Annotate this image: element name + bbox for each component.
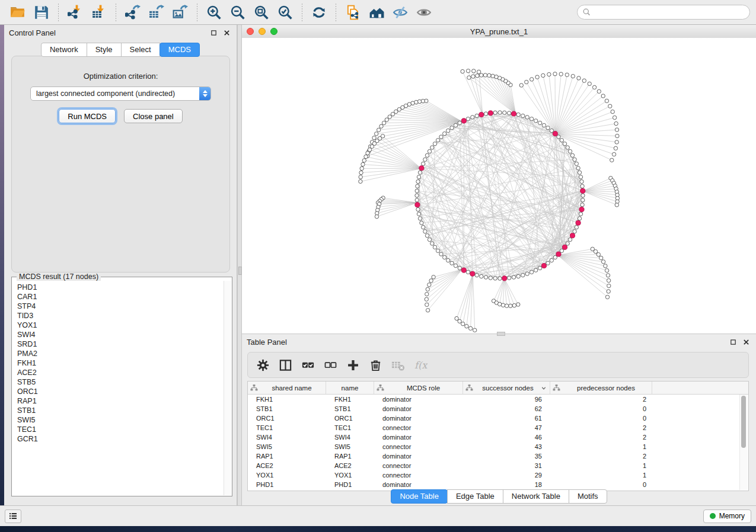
tab-mcds[interactable]: MCDS — [160, 43, 200, 57]
table-row[interactable]: YOX1YOX1connector291 — [248, 470, 748, 480]
cell-successor_nodes[interactable]: 35 — [463, 453, 550, 460]
zoom-selected-button[interactable] — [275, 3, 295, 22]
cell-shared_name[interactable]: ACE2 — [248, 462, 326, 469]
tab-style[interactable]: Style — [87, 43, 122, 57]
mcds-result-item[interactable]: ACE2 — [17, 368, 224, 377]
cell-predecessor_nodes[interactable]: 1 — [550, 462, 652, 469]
select-all-button[interactable] — [297, 354, 318, 376]
mcds-result-scrollbar[interactable] — [224, 281, 231, 495]
tab-network[interactable]: Network — [41, 43, 87, 57]
table-row[interactable]: SWI5SWI5connector431 — [248, 442, 748, 451]
mcds-result-item[interactable]: ORC1 — [17, 387, 224, 396]
add-row-button[interactable] — [342, 354, 363, 376]
search-input[interactable] — [591, 6, 745, 19]
column-header-name[interactable]: name — [326, 382, 374, 394]
table-panel-float-button[interactable] — [728, 336, 738, 347]
zoom-in-button[interactable] — [204, 3, 224, 22]
function-builder-button[interactable]: f(x) — [410, 354, 431, 376]
cell-predecessor_nodes[interactable]: 2 — [550, 424, 652, 431]
cell-shared_name[interactable]: FKH1 — [248, 396, 326, 403]
task-history-button[interactable] — [5, 509, 21, 523]
export-image-button[interactable] — [170, 3, 190, 22]
mcds-result-item[interactable]: SWI4 — [17, 330, 224, 339]
table-row[interactable]: ORC1ORC1dominator610 — [248, 414, 748, 423]
zoom-fit-button[interactable] — [251, 3, 272, 22]
mcds-result-item[interactable]: SRD1 — [17, 339, 224, 349]
cell-mcds_role[interactable]: dominator — [374, 434, 463, 441]
mcds-result-item[interactable]: RAP1 — [17, 396, 224, 406]
columns-button[interactable] — [275, 354, 296, 376]
delete-row-button[interactable] — [365, 354, 386, 376]
network-canvas[interactable] — [242, 38, 756, 334]
cell-mcds_role[interactable]: dominator — [374, 481, 463, 488]
table-row[interactable]: RAP1RAP1dominator352 — [248, 451, 748, 461]
save-button[interactable] — [31, 3, 52, 22]
optimization-criterion-select[interactable]: largest connected component (undirected) — [30, 86, 211, 101]
mcds-result-item[interactable]: PMA2 — [17, 349, 224, 358]
cell-name[interactable]: ACE2 — [326, 462, 374, 469]
cell-shared_name[interactable]: RAP1 — [248, 453, 326, 460]
cell-mcds_role[interactable]: dominator — [374, 396, 463, 403]
cell-mcds_role[interactable]: connector — [374, 462, 463, 469]
column-header-successor-nodes[interactable]: successor nodes — [463, 382, 550, 394]
network-window-titlebar[interactable]: YPA_prune.txt_1 — [242, 25, 756, 39]
cell-name[interactable]: SWI4 — [326, 434, 374, 441]
cell-predecessor_nodes[interactable]: 2 — [550, 453, 652, 460]
cell-successor_nodes[interactable]: 46 — [463, 434, 550, 441]
cell-shared_name[interactable]: YOX1 — [248, 472, 326, 479]
cell-predecessor_nodes[interactable]: 0 — [550, 415, 652, 422]
cell-name[interactable]: PHD1 — [326, 481, 374, 488]
cell-successor_nodes[interactable]: 61 — [463, 415, 550, 422]
column-header-MCDS-role[interactable]: MCDS role — [374, 382, 463, 394]
network-overview-button[interactable] — [366, 3, 387, 22]
tab-network-table[interactable]: Network Table — [503, 489, 569, 504]
cell-predecessor_nodes[interactable]: 2 — [550, 396, 652, 403]
table-scrollbar[interactable] — [739, 395, 748, 490]
memory-button[interactable]: Memory — [703, 509, 751, 523]
horizontal-splitter-grip[interactable] — [497, 332, 505, 336]
settings-button[interactable] — [252, 354, 273, 376]
cell-mcds_role[interactable]: connector — [374, 472, 463, 479]
run-mcds-button[interactable]: Run MCDS — [59, 109, 116, 123]
duplicate-network-button[interactable] — [343, 3, 363, 22]
cell-shared_name[interactable]: SWI5 — [248, 443, 326, 450]
cell-predecessor_nodes[interactable]: 0 — [550, 481, 652, 488]
cell-predecessor_nodes[interactable]: 0 — [550, 405, 652, 412]
cell-name[interactable]: FKH1 — [326, 396, 374, 403]
cell-successor_nodes[interactable]: 62 — [463, 405, 550, 412]
import-network-button[interactable] — [65, 3, 85, 22]
cell-name[interactable]: SWI5 — [326, 443, 374, 450]
cell-shared_name[interactable]: TEC1 — [248, 424, 326, 431]
table-row[interactable]: FKH1FKH1dominator962 — [248, 395, 748, 404]
cell-successor_nodes[interactable]: 43 — [463, 443, 550, 450]
close-panel-button[interactable]: Close panel — [124, 109, 183, 123]
mcds-result-item[interactable]: STP4 — [17, 302, 224, 311]
mcds-result-item[interactable]: GCR1 — [17, 434, 224, 444]
mcds-result-item[interactable]: SWI5 — [17, 415, 224, 425]
cell-successor_nodes[interactable]: 96 — [463, 396, 550, 403]
cell-predecessor_nodes[interactable]: 1 — [550, 443, 652, 450]
deselect-all-button[interactable] — [320, 354, 341, 376]
cell-name[interactable]: TEC1 — [326, 424, 374, 431]
column-header-predecessor-nodes[interactable]: predecessor nodes — [550, 382, 652, 394]
cell-name[interactable]: STB1 — [326, 405, 374, 412]
table-row[interactable]: STB1STB1dominator620 — [248, 404, 748, 414]
cell-name[interactable]: ORC1 — [326, 415, 374, 422]
tab-motifs[interactable]: Motifs — [569, 489, 607, 504]
column-header-shared-name[interactable]: shared name — [248, 382, 326, 394]
cell-mcds_role[interactable]: connector — [374, 443, 463, 450]
export-table-button[interactable] — [146, 3, 167, 22]
zoom-out-button[interactable] — [228, 3, 248, 22]
table-panel-close-button[interactable] — [741, 336, 751, 347]
cell-mcds_role[interactable]: dominator — [374, 415, 463, 422]
mcds-result-item[interactable]: STB5 — [17, 377, 224, 387]
cell-name[interactable]: YOX1 — [326, 472, 374, 479]
cell-successor_nodes[interactable]: 29 — [463, 472, 550, 479]
import-table-button[interactable] — [89, 3, 109, 22]
cell-name[interactable]: RAP1 — [326, 453, 374, 460]
hide-graphics-button[interactable] — [390, 3, 410, 22]
cell-successor_nodes[interactable]: 18 — [463, 481, 550, 488]
mcds-result-item[interactable]: YOX1 — [17, 321, 224, 330]
delete-table-button[interactable] — [387, 354, 409, 376]
table-row[interactable]: ACE2ACE2connector311 — [248, 461, 748, 470]
